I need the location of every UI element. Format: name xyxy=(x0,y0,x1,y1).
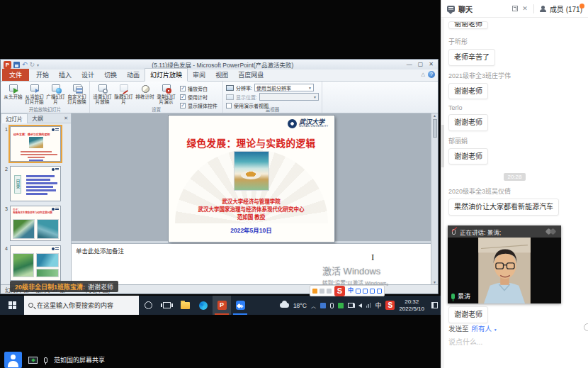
volume-icon[interactable] xyxy=(358,303,362,308)
slide-thumbnail-1[interactable]: 绿色发展：理论与实践的逻辑 xyxy=(10,126,61,162)
tab-outline[interactable]: 大纲 xyxy=(28,113,47,123)
help-icon[interactable] xyxy=(428,71,435,78)
tab-insert[interactable]: 插入 xyxy=(54,69,77,81)
close-chat-icon[interactable]: ✕ xyxy=(522,5,528,12)
chat-message: 谢谢老师 xyxy=(448,306,488,323)
tab-design[interactable]: 设计 xyxy=(77,69,99,81)
broadcast-slideshow-button[interactable]: 广播幻灯片 xyxy=(45,83,66,106)
save-icon[interactable] xyxy=(13,62,20,68)
redo-icon[interactable]: ↻ xyxy=(30,62,35,68)
screen-share-icon[interactable] xyxy=(28,357,38,364)
screen-share-bar: 范如国的屏幕共享 xyxy=(4,352,105,368)
close-button[interactable]: ✕ xyxy=(429,61,434,68)
search-input[interactable] xyxy=(37,302,129,309)
speaker-video-widget[interactable]: 正在讲话: 景涛; 景涛 xyxy=(448,225,561,303)
rehearse-timings-button[interactable]: 排练计时 xyxy=(135,83,155,106)
taskbar-clock[interactable]: 20:32 2022/5/10 xyxy=(399,299,424,313)
undo-icon[interactable]: ↶ xyxy=(22,62,28,68)
tab-file[interactable]: 文件 xyxy=(2,69,29,81)
file-explorer-button[interactable] xyxy=(176,296,194,315)
scroll-down-icon[interactable]: ▼ xyxy=(433,280,436,284)
tab-view[interactable]: 视图 xyxy=(210,69,233,81)
start-button[interactable] xyxy=(0,296,24,315)
tab-slideshow[interactable]: 幻灯片放映 xyxy=(145,68,188,82)
scrollbar-thumb[interactable] xyxy=(433,119,437,138)
slide[interactable]: 武汉大学 WUHAN UNIVERSITY 绿色发展：理论与实践的逻辑 武汉大学… xyxy=(169,116,334,242)
slide-number: 2 xyxy=(2,166,8,201)
thumb-title: 引子： 海南海北生物多样性与绿色发展问题 xyxy=(13,208,56,214)
network-icon[interactable] xyxy=(366,303,371,308)
hide-slide-button[interactable]: 隐藏幻灯片 xyxy=(113,83,134,106)
emoji-icon[interactable] xyxy=(584,323,588,331)
ime-indicator[interactable]: 中 xyxy=(375,301,381,310)
resolution-value: 使用当前分辨率 xyxy=(256,84,291,91)
activate-windows-watermark: 激活 Windows 转到"设置"以激活 Windows。 xyxy=(322,264,392,286)
sogou-skin-icon[interactable] xyxy=(312,289,317,294)
tab-home[interactable]: 开始 xyxy=(31,69,54,81)
sogou-tool-icon[interactable] xyxy=(320,289,324,294)
tab-animations[interactable]: 动画 xyxy=(122,69,145,81)
scrollbar-thumb[interactable] xyxy=(441,125,444,167)
tab-review[interactable]: 审阅 xyxy=(188,69,210,81)
slide-canvas[interactable]: 武汉大学 WUHAN UNIVERSITY 绿色发展：理论与实践的逻辑 武汉大学… xyxy=(72,113,438,240)
members-count[interactable]: 成员 (171) xyxy=(550,4,582,14)
resolution-select[interactable]: 使用当前分辨率 ▼ xyxy=(254,84,314,91)
from-beginning-button[interactable]: 从头开始 xyxy=(3,83,23,106)
edge-button[interactable] xyxy=(194,296,213,315)
use-timings-checkbox[interactable]: 使用计时 xyxy=(180,94,208,101)
play-narrations-checkbox[interactable]: 播放旁白 xyxy=(180,85,208,92)
qat-dropdown-icon[interactable]: ▾ xyxy=(37,62,39,67)
panel-close-icon[interactable]: ✕ xyxy=(64,116,71,121)
send-to-row: 发送至 所有人 ▼ xyxy=(448,323,497,333)
slide-thumbnail-2[interactable]: 目录 xyxy=(10,166,61,201)
maximize-button[interactable]: ▢ xyxy=(418,61,424,68)
sogou-logo-icon[interactable]: S xyxy=(334,286,345,296)
weather-cloud-icon[interactable] xyxy=(280,303,289,308)
tray-app-icon[interactable] xyxy=(320,303,326,308)
window-controls: — ▢ ✕ xyxy=(407,61,435,68)
temperature[interactable]: 18°C xyxy=(293,302,307,309)
powerpoint-taskbar-button[interactable]: P xyxy=(213,296,231,315)
popout-icon[interactable] xyxy=(512,6,518,11)
slide-thumbnail-3[interactable]: 引子： 海南海北生物多样性与绿色发展问题 xyxy=(10,206,61,241)
sogou-skin-shirt-icon[interactable] xyxy=(377,289,382,294)
sogou-keyboard-icon[interactable] xyxy=(370,289,375,294)
chat-scrollbar[interactable] xyxy=(441,18,444,368)
minimize-ribbon-icon[interactable]: △ xyxy=(422,72,425,77)
sogou-ime-bar[interactable]: S 中 xyxy=(310,285,385,296)
tab-baidu-netdisk[interactable]: 百度网盘 xyxy=(233,69,268,81)
chat-messages[interactable]: 谢谢老师 于昕彤 老师辛苦了 2021级非全3班庄学伟 谢谢老师 Terlo 谢… xyxy=(441,18,588,224)
vertical-scrollbar[interactable]: ▲ ▼ xyxy=(431,113,438,284)
sogou-tool-icon[interactable] xyxy=(327,289,332,294)
task-view-icon xyxy=(163,302,171,308)
taskbar-search[interactable] xyxy=(24,296,139,315)
meeting-app-taskbar-button[interactable] xyxy=(231,296,249,315)
ppt-titlebar[interactable]: P ↶ ↻ ▾ (5.11)绿色发展 - Microsoft PowerPoin… xyxy=(1,60,438,69)
microphone-icon[interactable] xyxy=(44,357,47,363)
sogou-mic-icon[interactable] xyxy=(363,289,368,294)
from-current-slide-button[interactable]: 从当前幻灯片开始 xyxy=(24,83,45,106)
task-view-button[interactable] xyxy=(157,296,176,315)
presenter-avatar-icon[interactable] xyxy=(4,352,22,368)
tray-expand-icon[interactable]: ︿ xyxy=(311,302,316,309)
tray-mic-icon[interactable] xyxy=(330,303,334,308)
setup-slideshow-button[interactable]: 设置幻灯片放映 xyxy=(92,83,113,106)
custom-slideshow-button[interactable]: 自定义幻灯片放映 xyxy=(67,83,87,106)
slide-thumbnail-4[interactable] xyxy=(10,245,61,281)
tab-slides-thumbnails[interactable]: 幻灯片 xyxy=(1,113,28,123)
tab-transitions[interactable]: 切换 xyxy=(99,69,122,81)
sogou-punct-icon[interactable] xyxy=(356,289,361,294)
cortana-button[interactable] xyxy=(139,296,157,315)
chat-input-area[interactable] xyxy=(448,335,576,347)
minimize-button[interactable]: — xyxy=(407,61,412,68)
chat-input[interactable] xyxy=(448,338,576,346)
scroll-up-icon[interactable]: ▲ xyxy=(433,113,436,118)
sogou-cn-mode[interactable]: 中 xyxy=(348,288,354,294)
record-slideshow-button[interactable]: 录制幻灯片演示 xyxy=(156,83,176,106)
sogou-tray-icon[interactable]: S xyxy=(385,301,395,310)
action-center-icon[interactable] xyxy=(431,302,438,308)
send-to-select[interactable]: 所有人 ▼ xyxy=(472,323,497,333)
powerpoint-logo-icon[interactable]: P xyxy=(4,61,11,69)
tray-green-app-icon[interactable] xyxy=(338,303,344,308)
show-on-row: 显示位置: ▼ xyxy=(226,93,319,101)
